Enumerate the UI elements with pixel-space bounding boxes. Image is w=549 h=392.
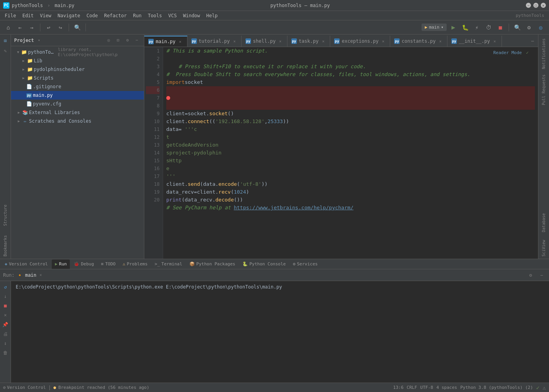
bookmarks-label[interactable]: Bookmarks (2, 233, 9, 259)
tab-exceptions-py[interactable]: py exceptions.py × (330, 36, 390, 47)
status-position[interactable]: 13:6 (393, 385, 404, 390)
tab-todo[interactable]: ≡ TODO (98, 260, 119, 269)
menu-code[interactable]: Code (84, 12, 101, 19)
menu-refactor[interactable]: Refactor (101, 12, 130, 19)
tree-lib[interactable]: ▶ 📁 Lib (11, 56, 144, 65)
tabs-more-btn[interactable]: ⋯ (527, 36, 538, 47)
menu-run[interactable]: Run (130, 12, 145, 19)
tab-python-packages[interactable]: 📦 Python Packages (186, 260, 238, 269)
structure-label[interactable]: Structure (2, 202, 9, 228)
commit-icon[interactable]: ✎ (1, 46, 10, 56)
run-stop-btn[interactable]: ■ (1, 301, 10, 310)
status-python[interactable]: Python 3.8 (pythonTools) (2) (460, 385, 533, 390)
debug-button[interactable]: 🐛 (460, 22, 470, 33)
tab-init-close[interactable]: × (492, 38, 498, 44)
scview-label[interactable]: SciView (540, 238, 547, 259)
tree-pyvenv[interactable]: 📄 pyvenv.cfg (11, 100, 144, 108)
toolbar-redo-btn[interactable]: ↪ (55, 22, 65, 33)
tab-main-py-close[interactable]: × (178, 39, 183, 44)
tree-scripts[interactable]: ▶ 📁 Scripts (11, 74, 144, 82)
tab-task-close[interactable]: × (320, 38, 326, 44)
status-indent[interactable]: 4 spaces (436, 385, 457, 390)
tree-main-py[interactable]: py main.py (11, 91, 144, 100)
run-tab-close[interactable]: × (40, 273, 42, 277)
run-scroll-down-btn[interactable]: ↓ (1, 292, 10, 301)
run-restart-btn[interactable]: ↺ (1, 283, 10, 291)
run-minimize-btn[interactable]: − (537, 271, 546, 279)
window-controls[interactable]: − □ ✕ (526, 3, 546, 8)
run-button[interactable]: ▶ (448, 22, 458, 33)
menu-vcs[interactable]: VCS (165, 12, 180, 19)
minimize-button[interactable]: − (526, 3, 531, 8)
tab-version-control[interactable]: ◈ Version Control (2, 260, 51, 269)
run-fold-btn[interactable]: ↕ (1, 339, 10, 348)
settings-btn[interactable]: ⚙ (524, 22, 534, 33)
tab-main-py[interactable]: py main.py × (144, 36, 187, 47)
status-crlf[interactable]: CRLF (407, 385, 417, 390)
tab-services[interactable]: ⚙ Services (290, 260, 321, 269)
tab-debug[interactable]: 🐞 Debug (71, 260, 97, 269)
menu-help[interactable]: Help (203, 12, 221, 19)
debug-icon: 🐞 (74, 261, 79, 267)
status-vcs[interactable]: ⊘ Version Control (3, 385, 46, 390)
menu-file[interactable]: File (2, 12, 19, 19)
run-pin-btn[interactable]: 📌 (1, 320, 10, 329)
tab-problems[interactable]: ⚠ Problems (120, 260, 151, 269)
close-button[interactable]: ✕ (541, 3, 546, 8)
tab-shell-close[interactable]: × (278, 38, 283, 44)
reader-mode-btn[interactable]: Reader Mode ✓ (493, 50, 529, 55)
menu-window[interactable]: Window (180, 12, 203, 19)
project-dropdown-arrow[interactable]: ▾ (38, 38, 40, 42)
tree-root[interactable]: ▼ 📁 pythonTools library root, E:\codePro… (11, 48, 144, 56)
tab-task-py[interactable]: py task.py × (287, 36, 331, 47)
menu-edit[interactable]: Edit (19, 12, 37, 19)
profile-button[interactable]: ⏱ (484, 22, 494, 33)
run-print-btn[interactable]: 🖨 (1, 330, 10, 338)
toolbar-undo-btn[interactable]: ↩ (44, 22, 54, 33)
panel-locate-btn[interactable]: ◎ (105, 36, 113, 44)
tab-exceptions-close[interactable]: × (380, 38, 386, 44)
menu-view[interactable]: View (37, 12, 55, 19)
run-config-selector[interactable]: ▶ main ▾ (422, 24, 447, 31)
tab-run[interactable]: ▶ Run (52, 260, 70, 269)
run-trash-btn[interactable]: 🗑 (1, 348, 10, 357)
tab-tutorial-close[interactable]: × (232, 38, 237, 44)
panel-collapse-btn[interactable]: ⊟ (114, 36, 122, 44)
maximize-button[interactable]: □ (533, 3, 538, 8)
tree-scratches[interactable]: ▶ ✏ Scratches and Consoles (11, 117, 144, 125)
code-content[interactable]: # This is a sample Python script. # Pres… (163, 47, 538, 259)
toolbar-forward-btn[interactable]: → (27, 22, 37, 33)
tab-shell-py[interactable]: py shell.py × (242, 36, 287, 47)
coverage-button[interactable]: ⚡ (472, 22, 482, 33)
tab-terminal[interactable]: >_ Terminal (151, 260, 185, 269)
code-editor[interactable]: 1 2 3 4 5 6 7 8 9 10 11 12 13 14 15 16 1 (144, 47, 538, 259)
panel-minimize-btn[interactable]: − (133, 36, 141, 44)
search-everywhere-btn[interactable]: 🔍 (512, 22, 522, 33)
lib-arrow: ▶ (21, 58, 26, 63)
status-encoding[interactable]: UTF-8 (420, 385, 433, 390)
menu-navigate[interactable]: Navigate (55, 12, 84, 19)
tab-tutorial-py[interactable]: py tutorial.py × (187, 36, 242, 47)
tree-pydolphin[interactable]: ▶ 📁 pydolphinscheduler (11, 65, 144, 74)
tab-constants-py[interactable]: py constants.py × (390, 36, 447, 47)
notifications-label[interactable]: Notifications (540, 36, 547, 71)
menu-tools[interactable]: Tools (145, 12, 165, 19)
database-label[interactable]: Database (540, 211, 547, 234)
stop-button[interactable]: ■ (495, 22, 505, 33)
panel-options-btn[interactable]: ⚙ (124, 36, 131, 44)
run-close-btn[interactable]: × (1, 311, 10, 319)
tree-external-libs[interactable]: ▶ 📚 External Libraries (11, 108, 144, 117)
appearance-btn[interactable]: ◎ (536, 22, 546, 33)
tab-constants-close[interactable]: × (438, 38, 443, 44)
project-icon[interactable]: ⊞ (1, 36, 10, 45)
run-gear-btn[interactable]: ⚙ (526, 271, 535, 279)
tab-python-console[interactable]: 🐍 Python Console (239, 260, 289, 269)
tree-gitignore[interactable]: 📄 .gitignore (11, 82, 144, 91)
code-line-16: client.send(data.encode('utf-8')) (166, 180, 535, 188)
tab-init-py[interactable]: py __init__.py × (447, 36, 502, 47)
active-project: pythonTools (516, 13, 544, 18)
toolbar-project-btn[interactable]: ⌂ (3, 22, 13, 33)
pull-requests-label[interactable]: Pull Requests (540, 72, 547, 107)
toolbar-search-btn[interactable]: 🔍 (72, 22, 82, 33)
toolbar-back-btn[interactable]: ← (15, 22, 25, 33)
